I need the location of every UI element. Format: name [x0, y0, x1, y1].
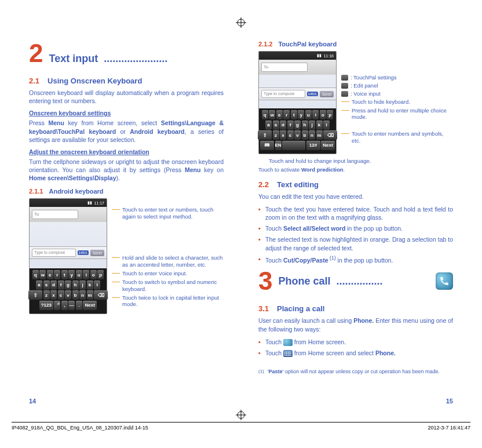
key: Next	[83, 301, 97, 310]
key: q	[262, 110, 268, 119]
touchpal-keyboard-figure: ▮▮ 11:16 To Type to compose 145/1 Send q…	[258, 51, 453, 154]
key: n	[79, 290, 86, 300]
key: i	[312, 110, 319, 119]
page-number-14: 14	[29, 398, 36, 405]
key: c	[58, 290, 64, 300]
key: ⇧	[258, 130, 272, 140]
annot-voice-input: Touch to enter Voice input.	[122, 270, 187, 277]
key: j	[309, 121, 315, 130]
section-2-1-2-title: TouchPal keyboard	[278, 41, 337, 48]
onscreen-keyboard-settings-body: Press Menu key from Home screen, select …	[29, 119, 224, 144]
time-label: 11:16	[323, 54, 334, 58]
key: p	[97, 270, 104, 279]
key: y	[298, 110, 304, 119]
key: g	[294, 121, 301, 130]
key: s	[43, 281, 50, 290]
key: s	[273, 121, 279, 130]
legend-voice-input: : Voice input	[350, 90, 381, 97]
key: ⇧	[28, 290, 42, 300]
key: k	[316, 121, 323, 130]
section-3-1-number: 3.1	[258, 304, 269, 313]
settings-icon	[341, 75, 348, 81]
section-2-1-1-number: 2.1.1	[29, 188, 43, 195]
onscreen-keyboard-settings-head: Onscreen keyboard settings	[29, 110, 224, 116]
footer-filename: IP4082_918A_QG_BDL_Eng_USA_08_120307.ind…	[12, 425, 148, 431]
key: l	[323, 121, 330, 130]
char-count-badge: 145/1	[307, 92, 318, 96]
app-grid-icon	[283, 350, 293, 357]
android-keyboard-figure: ▮▮ 11:17 To Type to compose 145/1 Send q…	[29, 198, 224, 314]
key: ,	[61, 301, 68, 310]
key: b	[72, 290, 79, 300]
step-touch-grid-phone: Touch from Home screen and select Phone.	[258, 349, 453, 357]
time-label: 11:17	[94, 201, 104, 205]
annot-multiple-choice: Press and hold to enter multiple choice …	[352, 107, 453, 121]
step-touch-phone-home: Touch from Home screen.	[258, 338, 453, 346]
step-highlight-drag: The selected text is now highlighted in …	[258, 235, 453, 252]
key: y	[68, 270, 75, 279]
key: t	[291, 110, 297, 119]
print-footer: IP4082_918A_QG_BDL_Eng_USA_08_120307.ind…	[12, 422, 470, 431]
key: .	[76, 301, 82, 310]
chapter-3-title: Phone call	[278, 275, 330, 287]
key: v	[65, 290, 71, 300]
section-2-1-title: Using Onscreen Keyboard	[48, 77, 142, 85]
page-15: 2.1.2 TouchPal keyboard ▮▮ 11:16 To Type…	[241, 0, 482, 448]
registration-mark-bottom	[236, 410, 246, 420]
touchpal-keyboard: qwertyuiop asdfghjkl ⇧zxcvbnm⌫ 📖EN12#Nex…	[259, 108, 336, 154]
edit-panel-icon	[341, 83, 348, 89]
chapter-2-title: Text input	[49, 53, 98, 65]
key: o	[320, 110, 326, 119]
key: r	[54, 270, 60, 279]
legend-touchpal-settings: : TouchPal settings	[350, 74, 397, 81]
key: a	[36, 281, 42, 290]
key: i	[83, 270, 89, 279]
key: o	[90, 270, 97, 279]
chapter-2-dots: ......................	[104, 53, 224, 65]
chapter-3-dots: ................	[337, 275, 428, 287]
key: 🎤	[54, 301, 60, 310]
text-editing-steps: Touch the text you have entered twice. T…	[258, 205, 453, 264]
key: c	[287, 130, 294, 140]
key: j	[79, 281, 86, 290]
key: t	[61, 270, 68, 279]
key: ⌫	[94, 290, 108, 300]
key: m	[87, 290, 93, 300]
key: Next	[321, 141, 335, 150]
to-row: To	[259, 60, 336, 75]
annot-caps-lock: Touch twice to lock in capital letter in…	[122, 294, 224, 308]
page-number-15: 15	[446, 398, 453, 405]
legend-edit-panel: : Edit panel	[350, 82, 378, 89]
section-3-1-title: Placing a call	[277, 304, 324, 313]
annot-input-method: Touch to enter text or numbers, touch ag…	[122, 206, 224, 220]
send-button: Send	[320, 91, 334, 97]
key: n	[309, 130, 315, 140]
key: ⌫	[323, 130, 337, 140]
section-3-1-intro: User can easily launch a call using Phon…	[258, 316, 453, 333]
key: x	[280, 130, 286, 140]
section-2-2-intro: You can edit the text you have entered.	[258, 192, 453, 201]
status-bar: ▮▮ 11:16	[259, 52, 336, 60]
key: x	[50, 290, 57, 300]
section-2-2-title: Text editing	[277, 180, 319, 189]
key: r	[283, 110, 290, 119]
compose-field: Type to compose	[32, 249, 76, 257]
android-keyboard-annotations: Touch to enter text or numbers, touch ag…	[112, 198, 224, 314]
annot-hide-keyboard: Touch to hide keyboard.	[352, 99, 410, 105]
footnote-1: (1) 'Paste' option will not appear unles…	[258, 369, 453, 376]
status-bar: ▮▮ 11:17	[30, 199, 107, 207]
section-2-1-number: 2.1	[29, 77, 39, 85]
to-field: To	[32, 210, 78, 219]
to-row: To	[30, 207, 107, 222]
key: z	[273, 130, 279, 140]
key: ?123	[39, 301, 53, 310]
phone-icon	[283, 339, 293, 346]
chapter-2-number: 2	[29, 41, 43, 66]
key: q	[32, 270, 39, 279]
section-2-2-number: 2.2	[258, 180, 269, 189]
key: p	[327, 110, 333, 119]
section-2-1-1-title: Android keyboard	[49, 188, 103, 195]
key: e	[276, 110, 283, 119]
key: m	[316, 130, 323, 140]
key: v	[294, 130, 301, 140]
